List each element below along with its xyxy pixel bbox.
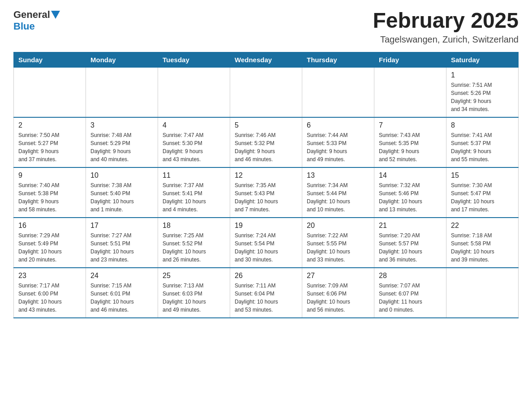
day-header-tuesday: Tuesday	[158, 52, 230, 67]
calendar-cell: 3Sunrise: 7:48 AM Sunset: 5:29 PM Daylig…	[86, 117, 158, 167]
calendar-cell: 15Sunrise: 7:30 AM Sunset: 5:47 PM Dayli…	[446, 167, 519, 218]
day-number: 28	[379, 272, 442, 280]
calendar-cell: 5Sunrise: 7:46 AM Sunset: 5:32 PM Daylig…	[230, 117, 302, 167]
day-header-sunday: Sunday	[14, 52, 86, 67]
calendar-cell: 21Sunrise: 7:20 AM Sunset: 5:57 PM Dayli…	[374, 218, 446, 268]
calendar-cell: 9Sunrise: 7:40 AM Sunset: 5:38 PM Daylig…	[14, 167, 86, 218]
day-info: Sunrise: 7:47 AM Sunset: 5:30 PM Dayligh…	[163, 131, 225, 163]
day-info: Sunrise: 7:32 AM Sunset: 5:46 PM Dayligh…	[379, 181, 442, 214]
logo-general: General	[13, 9, 50, 21]
day-info: Sunrise: 7:24 AM Sunset: 5:54 PM Dayligh…	[235, 231, 297, 264]
day-header-thursday: Thursday	[302, 52, 374, 67]
calendar-cell: 4Sunrise: 7:47 AM Sunset: 5:30 PM Daylig…	[158, 117, 230, 167]
day-number: 7	[379, 121, 442, 129]
calendar-header: SundayMondayTuesdayWednesdayThursdayFrid…	[14, 52, 519, 67]
day-info: Sunrise: 7:13 AM Sunset: 6:03 PM Dayligh…	[163, 282, 225, 314]
day-header-friday: Friday	[374, 52, 446, 67]
calendar-cell: 27Sunrise: 7:09 AM Sunset: 6:06 PM Dayli…	[302, 268, 374, 318]
day-info: Sunrise: 7:30 AM Sunset: 5:47 PM Dayligh…	[451, 181, 514, 214]
calendar-body: 1Sunrise: 7:51 AM Sunset: 5:26 PM Daylig…	[14, 67, 519, 318]
day-number: 5	[235, 121, 297, 129]
day-info: Sunrise: 7:41 AM Sunset: 5:37 PM Dayligh…	[451, 131, 514, 163]
day-info: Sunrise: 7:35 AM Sunset: 5:43 PM Dayligh…	[235, 181, 297, 214]
day-info: Sunrise: 7:46 AM Sunset: 5:32 PM Dayligh…	[235, 131, 297, 163]
day-number: 15	[451, 171, 514, 180]
day-info: Sunrise: 7:15 AM Sunset: 6:01 PM Dayligh…	[90, 282, 153, 314]
day-number: 25	[163, 272, 225, 280]
calendar-cell	[158, 67, 230, 117]
day-number: 4	[163, 121, 225, 129]
day-info: Sunrise: 7:38 AM Sunset: 5:40 PM Dayligh…	[90, 181, 153, 214]
day-header-monday: Monday	[86, 52, 158, 67]
day-number: 16	[18, 222, 81, 230]
day-info: Sunrise: 7:17 AM Sunset: 6:00 PM Dayligh…	[18, 282, 81, 314]
calendar-cell: 2Sunrise: 7:50 AM Sunset: 5:27 PM Daylig…	[14, 117, 86, 167]
logo: General Blue	[13, 9, 61, 32]
day-header-saturday: Saturday	[446, 52, 519, 67]
calendar-cell: 20Sunrise: 7:22 AM Sunset: 5:55 PM Dayli…	[302, 218, 374, 268]
day-info: Sunrise: 7:48 AM Sunset: 5:29 PM Dayligh…	[90, 131, 153, 163]
day-number: 17	[90, 222, 153, 230]
days-of-week-row: SundayMondayTuesdayWednesdayThursdayFrid…	[14, 52, 519, 67]
day-info: Sunrise: 7:09 AM Sunset: 6:06 PM Dayligh…	[307, 282, 369, 314]
page-header: General Blue February 2025 Tagelswangen,…	[13, 9, 519, 45]
day-number: 1	[451, 71, 514, 79]
day-number: 10	[90, 171, 153, 180]
day-info: Sunrise: 7:44 AM Sunset: 5:33 PM Dayligh…	[307, 131, 369, 163]
day-info: Sunrise: 7:50 AM Sunset: 5:27 PM Dayligh…	[18, 131, 81, 163]
calendar-cell: 23Sunrise: 7:17 AM Sunset: 6:00 PM Dayli…	[14, 268, 86, 318]
calendar-week-row: 1Sunrise: 7:51 AM Sunset: 5:26 PM Daylig…	[14, 67, 519, 117]
calendar-cell: 7Sunrise: 7:43 AM Sunset: 5:35 PM Daylig…	[374, 117, 446, 167]
day-info: Sunrise: 7:27 AM Sunset: 5:51 PM Dayligh…	[90, 231, 153, 264]
calendar-week-row: 23Sunrise: 7:17 AM Sunset: 6:00 PM Dayli…	[14, 268, 519, 318]
calendar-cell	[14, 67, 86, 117]
calendar-cell: 26Sunrise: 7:11 AM Sunset: 6:04 PM Dayli…	[230, 268, 302, 318]
calendar-cell: 19Sunrise: 7:24 AM Sunset: 5:54 PM Dayli…	[230, 218, 302, 268]
month-title: February 2025	[373, 9, 519, 33]
day-info: Sunrise: 7:18 AM Sunset: 5:58 PM Dayligh…	[451, 231, 514, 264]
day-info: Sunrise: 7:40 AM Sunset: 5:38 PM Dayligh…	[18, 181, 81, 214]
logo-triangle-icon	[51, 11, 60, 19]
day-number: 8	[451, 121, 514, 129]
logo-blue: Blue	[13, 21, 35, 32]
day-info: Sunrise: 7:51 AM Sunset: 5:26 PM Dayligh…	[451, 81, 514, 113]
day-number: 27	[307, 272, 369, 280]
calendar-cell: 13Sunrise: 7:34 AM Sunset: 5:44 PM Dayli…	[302, 167, 374, 218]
calendar-cell	[446, 268, 519, 318]
day-number: 9	[18, 171, 81, 180]
day-info: Sunrise: 7:34 AM Sunset: 5:44 PM Dayligh…	[307, 181, 369, 214]
day-info: Sunrise: 7:37 AM Sunset: 5:41 PM Dayligh…	[163, 181, 225, 214]
day-number: 18	[163, 222, 225, 230]
day-info: Sunrise: 7:22 AM Sunset: 5:55 PM Dayligh…	[307, 231, 369, 264]
calendar-cell: 12Sunrise: 7:35 AM Sunset: 5:43 PM Dayli…	[230, 167, 302, 218]
day-info: Sunrise: 7:20 AM Sunset: 5:57 PM Dayligh…	[379, 231, 442, 264]
calendar-cell: 28Sunrise: 7:07 AM Sunset: 6:07 PM Dayli…	[374, 268, 446, 318]
day-number: 13	[307, 171, 369, 180]
day-number: 12	[235, 171, 297, 180]
calendar-cell: 14Sunrise: 7:32 AM Sunset: 5:46 PM Dayli…	[374, 167, 446, 218]
day-info: Sunrise: 7:11 AM Sunset: 6:04 PM Dayligh…	[235, 282, 297, 314]
day-number: 26	[235, 272, 297, 280]
calendar-cell: 25Sunrise: 7:13 AM Sunset: 6:03 PM Dayli…	[158, 268, 230, 318]
day-number: 19	[235, 222, 297, 230]
calendar-cell	[230, 67, 302, 117]
calendar-cell	[374, 67, 446, 117]
day-info: Sunrise: 7:07 AM Sunset: 6:07 PM Dayligh…	[379, 282, 442, 314]
calendar-week-row: 2Sunrise: 7:50 AM Sunset: 5:27 PM Daylig…	[14, 117, 519, 167]
day-number: 21	[379, 222, 442, 230]
calendar-week-row: 9Sunrise: 7:40 AM Sunset: 5:38 PM Daylig…	[14, 167, 519, 218]
calendar-cell: 6Sunrise: 7:44 AM Sunset: 5:33 PM Daylig…	[302, 117, 374, 167]
calendar-cell: 10Sunrise: 7:38 AM Sunset: 5:40 PM Dayli…	[86, 167, 158, 218]
day-info: Sunrise: 7:29 AM Sunset: 5:49 PM Dayligh…	[18, 231, 81, 264]
day-header-wednesday: Wednesday	[230, 52, 302, 67]
day-number: 24	[90, 272, 153, 280]
calendar-cell: 18Sunrise: 7:25 AM Sunset: 5:52 PM Dayli…	[158, 218, 230, 268]
day-number: 22	[451, 222, 514, 230]
day-number: 2	[18, 121, 81, 129]
calendar-cell: 8Sunrise: 7:41 AM Sunset: 5:37 PM Daylig…	[446, 117, 519, 167]
calendar-table: SundayMondayTuesdayWednesdayThursdayFrid…	[13, 52, 519, 318]
day-number: 23	[18, 272, 81, 280]
day-info: Sunrise: 7:43 AM Sunset: 5:35 PM Dayligh…	[379, 131, 442, 163]
calendar-cell: 16Sunrise: 7:29 AM Sunset: 5:49 PM Dayli…	[14, 218, 86, 268]
day-number: 11	[163, 171, 225, 180]
